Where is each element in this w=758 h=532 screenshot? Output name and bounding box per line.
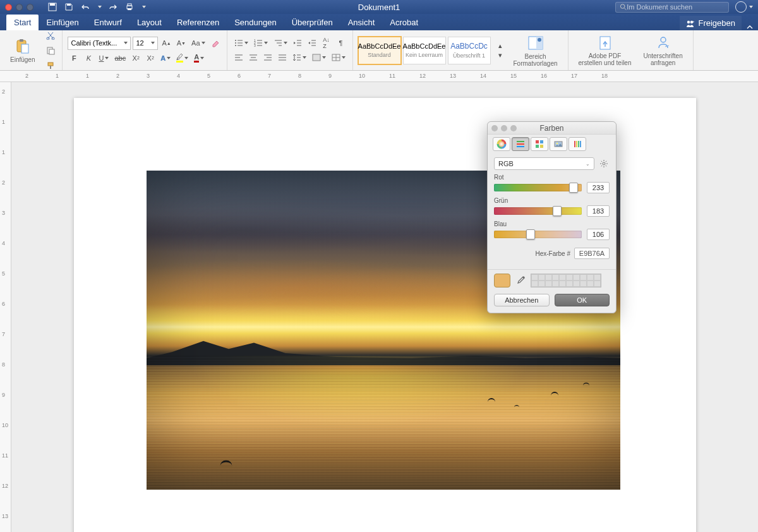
search-input[interactable] xyxy=(627,3,725,11)
feedback-dropdown-icon[interactable] xyxy=(749,6,753,8)
color-options-button[interactable] xyxy=(598,158,610,169)
horizontal-ruler[interactable]: 21123456789101112131415161718 xyxy=(0,71,758,82)
tab-sendungen[interactable]: Sendungen xyxy=(227,15,284,30)
paste-button[interactable]: Einfügen xyxy=(5,36,40,64)
increase-indent-button[interactable] xyxy=(306,37,318,49)
gear-icon xyxy=(599,159,608,168)
ok-button[interactable]: OK xyxy=(555,294,610,306)
create-pdf-button[interactable]: Adobe PDF erstellen und teilen xyxy=(574,33,637,68)
color-palettes-tab[interactable] xyxy=(531,137,548,151)
channel-value-blau[interactable]: 106 xyxy=(587,229,610,240)
tab-ansicht[interactable]: Ansicht xyxy=(340,15,383,30)
align-center-button[interactable] xyxy=(247,51,260,64)
decrease-indent-button[interactable] xyxy=(291,37,304,49)
show-marks-button[interactable]: ¶ xyxy=(335,37,347,49)
shading-button[interactable] xyxy=(310,51,328,64)
autosave-icon[interactable] xyxy=(47,2,57,12)
styles-scroll-up-icon[interactable]: ▴ xyxy=(494,41,507,50)
minimize-window-button[interactable] xyxy=(16,4,23,11)
tab-acrobat[interactable]: Acrobat xyxy=(382,15,426,30)
current-color-swatch[interactable] xyxy=(494,274,510,287)
copy-button[interactable] xyxy=(44,44,57,57)
cut-button[interactable] xyxy=(44,29,57,42)
colors-titlebar[interactable]: Farben xyxy=(488,122,616,135)
qat-customize-icon[interactable] xyxy=(142,6,146,8)
clear-formatting-button[interactable] xyxy=(209,37,222,49)
redo-icon[interactable] xyxy=(108,2,118,12)
multilevel-list-button[interactable] xyxy=(272,37,289,49)
strikethrough-button[interactable]: abc xyxy=(112,52,128,64)
image-palettes-tab[interactable] xyxy=(550,137,567,151)
change-case-button[interactable]: Aa xyxy=(190,37,207,49)
svg-rect-78 xyxy=(576,141,577,147)
feedback-smile-icon[interactable] xyxy=(735,1,747,13)
grow-font-button[interactable]: A▲ xyxy=(160,37,172,49)
tab-layout[interactable]: Layout xyxy=(129,15,169,30)
svg-rect-70 xyxy=(517,146,524,147)
style-überschrift-1[interactable]: AaBbCcDcÜberschrift 1 xyxy=(448,37,491,64)
slider-thumb[interactable] xyxy=(569,183,578,193)
format-painter-button[interactable] xyxy=(44,59,57,72)
superscript-button[interactable]: X2 xyxy=(144,52,157,64)
underline-button[interactable]: U xyxy=(97,52,111,64)
share-button[interactable]: + Freigeben xyxy=(680,16,742,30)
collapse-ribbon-icon[interactable] xyxy=(747,24,753,30)
document-canvas[interactable] xyxy=(11,82,758,532)
pencils-tab[interactable] xyxy=(568,137,586,151)
style-standard[interactable]: AaBbCcDdEeStandard xyxy=(358,37,401,64)
tab-entwurf[interactable]: Entwurf xyxy=(87,15,129,30)
justify-button[interactable] xyxy=(276,51,289,64)
align-left-button[interactable] xyxy=(232,51,245,64)
paste-icon xyxy=(13,37,32,55)
print-icon[interactable] xyxy=(124,2,135,12)
vertical-ruler[interactable]: 2112345678910111213141516 xyxy=(0,82,11,532)
tab-start[interactable]: Start xyxy=(6,15,39,30)
styles-scroll-down-icon[interactable]: ▾ xyxy=(494,51,507,59)
borders-button[interactable] xyxy=(330,51,347,64)
style-kein-leerraum[interactable]: AaBbCcDdEeKein Leerraum xyxy=(403,37,446,64)
request-signatures-button[interactable]: Unterschriften anfragen xyxy=(639,33,688,68)
color-model-select[interactable]: RGB⌄ xyxy=(494,157,594,170)
italic-button[interactable]: K xyxy=(82,52,95,64)
line-spacing-button[interactable] xyxy=(291,51,308,64)
clipboard-group: Einfügen xyxy=(0,30,63,70)
swatch-grid[interactable] xyxy=(531,274,601,287)
align-right-button[interactable] xyxy=(262,51,274,64)
font-color-button[interactable]: A xyxy=(192,52,206,64)
channel-value-grün[interactable]: 183 xyxy=(587,205,610,217)
sort-button[interactable]: A↓Z xyxy=(320,37,333,49)
save-icon[interactable] xyxy=(64,2,74,12)
color-sliders-tab[interactable] xyxy=(512,137,529,151)
font-name-select[interactable]: Calibri (Textk... xyxy=(68,37,131,50)
bullets-button[interactable] xyxy=(232,37,250,49)
undo-dropdown-icon[interactable] xyxy=(98,6,102,8)
font-size-select[interactable]: 12 xyxy=(133,37,158,50)
highlight-button[interactable]: 🖊 xyxy=(174,52,190,64)
svg-rect-74 xyxy=(540,145,543,148)
share-icon: + xyxy=(686,20,695,27)
color-wheel-tab[interactable] xyxy=(493,137,510,151)
channel-slider-blau[interactable] xyxy=(494,231,582,238)
cancel-button[interactable]: Abbrechen xyxy=(494,294,550,306)
styles-pane-button[interactable]: Bereich Formatvorlagen xyxy=(508,33,563,68)
undo-icon[interactable] xyxy=(80,2,90,12)
shrink-font-button[interactable]: A▼ xyxy=(175,37,188,49)
tab-referenzen[interactable]: Referenzen xyxy=(169,15,227,30)
close-window-button[interactable] xyxy=(5,4,12,11)
hex-value-input[interactable]: E9B76A xyxy=(574,248,610,259)
search-box[interactable] xyxy=(615,2,729,13)
tab-einfügen[interactable]: Einfügen xyxy=(39,15,86,30)
numbering-button[interactable]: 123 xyxy=(252,37,270,49)
slider-thumb[interactable] xyxy=(526,229,535,239)
svg-rect-4 xyxy=(128,4,131,6)
channel-slider-grün[interactable] xyxy=(494,207,582,215)
subscript-button[interactable]: X2 xyxy=(129,52,142,64)
slider-thumb[interactable] xyxy=(553,206,562,216)
bold-button[interactable]: F xyxy=(68,52,80,64)
zoom-window-button[interactable] xyxy=(27,4,33,11)
tab-überprüfen[interactable]: Überprüfen xyxy=(284,15,340,30)
text-effects-button[interactable]: A xyxy=(159,52,172,64)
channel-slider-rot[interactable] xyxy=(494,184,582,191)
eyedropper-button[interactable] xyxy=(515,275,526,286)
channel-value-rot[interactable]: 233 xyxy=(587,182,610,193)
